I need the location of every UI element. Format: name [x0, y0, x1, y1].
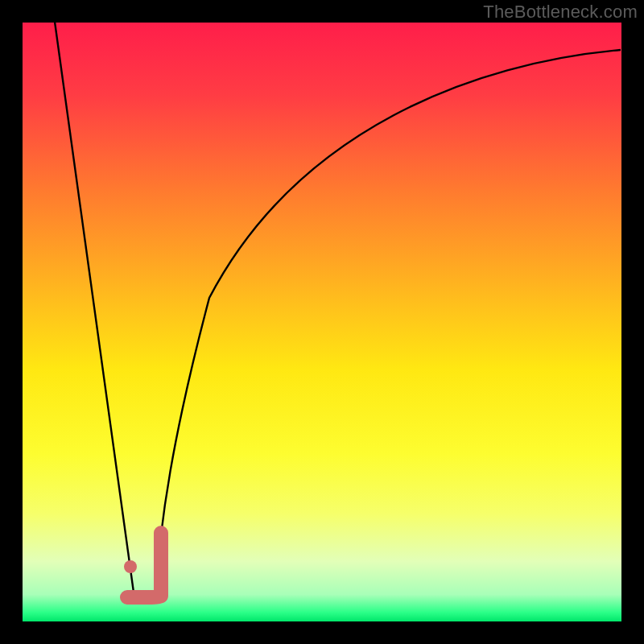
chart-frame: TheBottleneck.com [0, 0, 644, 644]
watermark-text: TheBottleneck.com [483, 2, 638, 23]
gradient-background [23, 23, 621, 621]
j-dot-icon [124, 560, 137, 573]
bottleneck-chart [0, 0, 644, 644]
